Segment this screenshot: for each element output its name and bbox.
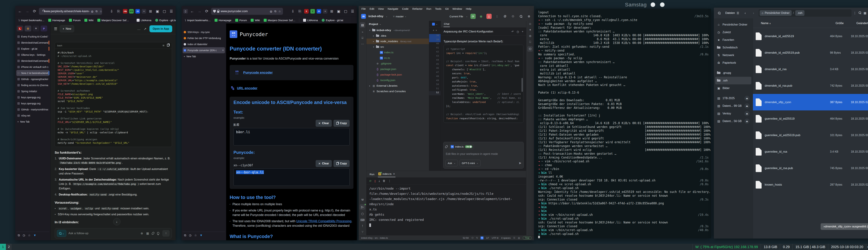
tree-item[interactable]: ▸▥External Libraries (367, 83, 429, 89)
todo-tool-icon[interactable]: ⌺ (529, 40, 531, 44)
bookmark-item[interactable]: LMArena (303, 19, 318, 22)
file-row[interactable]: dmendek_id_ed25519464 Bytes18.10.2025 01… (753, 28, 868, 44)
menu-item[interactable]: Tools (435, 7, 441, 10)
code-with-me-icon[interactable]: ⚇ (510, 14, 516, 19)
sidebar-tab[interactable]: iPhone Air verkauft sich schle (16, 64, 49, 70)
bookmark-item[interactable]: Homepage (215, 19, 231, 22)
clear-output-icon[interactable]: 🗑 (383, 179, 385, 183)
terminal-tool-icon[interactable]: ⌨ (361, 218, 365, 222)
attach-icon[interactable] (151, 231, 155, 235)
commit-tool-icon[interactable]: ⌁ (362, 30, 363, 34)
clear-text-button[interactable]: ✕ Clear (316, 120, 332, 127)
breadcrumb-segment[interactable]: src (375, 237, 378, 239)
bookmark-item[interactable]: Manjaro Discover Sof… (97, 19, 129, 22)
more-tools-icon[interactable]: ⋯ (361, 42, 364, 46)
places-item[interactable]: ▤Datent... 56 GB⏏ (715, 117, 751, 125)
file-row[interactable]: dmendek_id_rsa3.4 KB18.10.2025 00:48☆ (753, 61, 868, 77)
services-tool-icon[interactable]: ⬡ (361, 212, 364, 216)
bookmark-item[interactable]: ⤵Import bookmarks… (185, 19, 211, 22)
tree-item[interactable]: {}package.json (367, 66, 429, 72)
tray-status-icon[interactable]: ◐ (867, 245, 868, 249)
trial-badge[interactable]: Trial (523, 236, 532, 240)
bookmark-item[interactable]: Explore - git.lat (155, 19, 176, 22)
file-row[interactable]: guennilee_id_ed25519.pub101 Bytes18.10.2… (753, 127, 868, 144)
history-icon[interactable]: ◷ (189, 233, 191, 237)
attach-icon[interactable] (445, 145, 448, 149)
extension-green-icon[interactable]: 2 (310, 9, 315, 13)
sidebar-tab[interactable]: Sora 2 ist beeindruckend (und (16, 70, 49, 76)
tree-chevron-icon[interactable]: ▾ (369, 29, 371, 31)
file-row[interactable]: guennilee_id_rsa3.4 KB18.10.2025 00:43☆ (753, 144, 868, 160)
run-file-tab[interactable]: JSindex.ts✕ (378, 171, 396, 177)
wrap-icon[interactable]: ≋ (162, 44, 164, 47)
chat-input-card[interactable]: TSindex.ts ON Edit files in your workspa… (443, 142, 524, 168)
submit-icon[interactable]: ↑ (162, 230, 169, 237)
scroll-to-bottom-button[interactable]: ↓ (113, 218, 121, 225)
back-icon[interactable]: ← (17, 8, 23, 14)
editor-nav-arrows[interactable]: ∧∨ (429, 28, 441, 33)
sidebar-tab[interactable]: Ollama keys · Settings (16, 52, 49, 58)
picture-in-picture-icon[interactable]: ⧉ (274, 10, 276, 13)
chat-new-icon[interactable]: + (522, 30, 523, 33)
session-icon[interactable]: ⧉ (18, 234, 20, 237)
sidebar-tab[interactable]: Fehler bei der FTP-Verbindung (183, 35, 225, 41)
run-icon[interactable]: ⟳ (470, 14, 476, 19)
tab-close-icon[interactable]: ✕ (222, 49, 224, 52)
places-item[interactable]: ♻Papierkorb (715, 59, 751, 67)
text-textarea[interactable]: bäor.li (234, 128, 350, 146)
account-icon[interactable]: ▢ (162, 9, 167, 13)
downloads-icon[interactable]: ⇩ (290, 9, 296, 13)
filter-icon[interactable] (859, 11, 861, 15)
open-in-app-button[interactable]: Open in App (150, 25, 172, 32)
search-icon[interactable] (716, 10, 722, 16)
places-item[interactable]: ◷Zuletzt (715, 29, 751, 36)
tree-item[interactable]: TSirc.ts (367, 55, 429, 61)
places-item[interactable]: .ssh (715, 77, 751, 84)
more-actions-icon[interactable]: ⋮ (494, 14, 500, 19)
star-icon[interactable]: ☆ (194, 233, 197, 237)
url-text[interactable]: www.perplexity.ai/search/wie-kann- (44, 9, 90, 13)
sidebar-tab[interactable]: Every Fucking AI-Coded Websi (16, 33, 49, 39)
ai-chat-tool-icon[interactable]: ✦ (529, 28, 531, 32)
model-selector[interactable]: GPT-5 mini⌄ (460, 160, 480, 166)
workspace-1-button[interactable]: 1 (0, 244, 6, 250)
pinned-tab[interactable]: ✳ (33, 26, 39, 31)
pinned-tab[interactable]: P (41, 26, 47, 31)
tree-item[interactable]: ▾ircbot-n0xy~/development/i (367, 27, 429, 33)
run-panel-tab[interactable]: Run (370, 173, 374, 176)
sidebar-tab[interactable]: xnPunycode converter (IDN c✕ (183, 47, 225, 53)
chat-undo-icon[interactable]: ↶ (512, 30, 514, 33)
reload-icon[interactable]: ⟳ (204, 8, 210, 14)
pinned-tab[interactable]: ◍ (25, 26, 31, 31)
tracking-shield-icon[interactable] (213, 10, 216, 13)
bookmark-item[interactable]: Wiki (84, 19, 93, 22)
tab-counter-icon[interactable]: 23 (317, 9, 321, 13)
editor-tab[interactable]: ⌄ (429, 21, 441, 28)
places-item[interactable]: Schreibtisch (715, 44, 751, 52)
status-breadcrumbs[interactable]: ircbot-n0xy › src › index.ts (361, 237, 388, 239)
sidebar-tab[interactable]: keys.openpgp.org (16, 94, 49, 100)
terminal-window[interactable]: logoutConnection to null.cyon.site close… (536, 9, 711, 238)
build-tool-icon[interactable]: ⚒ (361, 198, 364, 202)
tree-item[interactable]: ▾src (367, 44, 429, 50)
tree-chevron-icon[interactable]: ▸ (372, 40, 375, 42)
model-chip-icon[interactable]: ▦ (146, 231, 149, 235)
sidebar-tab[interactable]: Spring Initializr (16, 88, 49, 94)
menu-item[interactable]: Edit (370, 7, 374, 10)
answer-scroll-area[interactable]: bash ≋ #!/bin/bash# ~/bin/scrot-upload.s… (55, 34, 172, 228)
debug-icon[interactable]: ◉ (478, 14, 484, 19)
file-row[interactable]: known_hosts287 Bytes18.10.2025 02:46☆ (753, 177, 868, 193)
sidebar-extension-icon[interactable]: ⎘ (297, 9, 302, 13)
sidebar-extension-icon[interactable]: ⎘ (116, 9, 121, 13)
file-row[interactable]: guennilee_id_rsa.pub745 Bytes18.10.2025 … (753, 160, 868, 177)
line-ending[interactable]: LF (486, 237, 489, 239)
bookmark-item[interactable]: Homepage (48, 19, 65, 22)
column-size[interactable]: Größe (836, 22, 856, 25)
punycode-encoder-link[interactable]: Punycode encoder (243, 71, 273, 74)
places-item[interactable]: ★Favoriten (715, 36, 751, 44)
tree-chevron-icon[interactable]: ▾ (372, 46, 375, 48)
sidebar-tab[interactable]: keys.openpgp.org (16, 100, 49, 106)
caret-position[interactable]: 52:50 (463, 237, 469, 239)
places-item[interactable]: ▤Ventoy⏏ (715, 110, 751, 117)
bookmark-star-icon[interactable]: ☆ (100, 10, 102, 13)
